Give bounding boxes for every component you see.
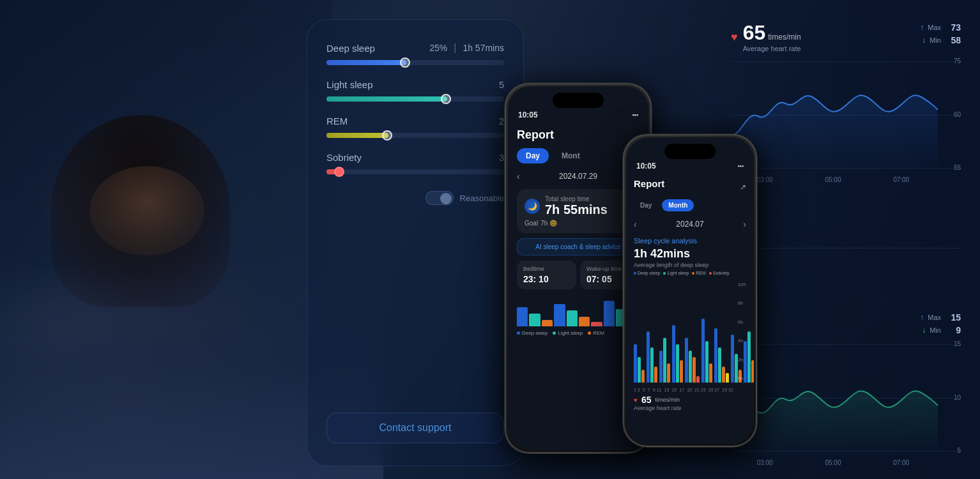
light-sleep-fill (326, 96, 447, 102)
deep-sleep-track (326, 60, 504, 65)
rem-thumb (382, 130, 392, 141)
p2-label-deep: Deep sleep (638, 271, 660, 275)
bar-6 (579, 317, 590, 326)
phone-1-goal: Goal 7h 😊 (524, 220, 632, 227)
p2-dot-rem (692, 272, 694, 275)
chart-x-axis: 1 3 5 7 9 11 13 15 17 19 21 23 25 27 29 … (634, 388, 746, 392)
phones-container: 10:05 ▪▪▪ Report Day Mont ‹ 2024.07.29 › (498, 0, 977, 479)
phone-2-nav-next[interactable]: › (743, 219, 746, 229)
sobriety-thumb (334, 167, 344, 177)
bar-5 (567, 310, 578, 326)
phone-2-tab-month[interactable]: Month (662, 199, 694, 211)
bar-3 (542, 320, 553, 326)
phone-1-time: 10:05 (518, 110, 538, 119)
phone-1-title: Report (517, 128, 639, 142)
phone-1-mini-chart (517, 294, 639, 326)
p2-dot-light (663, 272, 666, 275)
legend-label-deep: Deep sleep (522, 330, 547, 336)
phone-2-sca-label: Sleep cycle analysis (634, 237, 746, 245)
legend-dot-light (553, 331, 556, 335)
legend-light: Light sleep (553, 330, 583, 336)
phone-2-date: 2024.07 (676, 220, 703, 229)
p2-dot-sobriety (709, 272, 712, 275)
phone-2-date-nav: ‹ 2024.07 › (634, 219, 746, 229)
phone-2: 10:05 ▪▪▪ Report ↗ Day Month ‹ (623, 134, 757, 447)
phone-2-frame: 10:05 ▪▪▪ Report ↗ Day Month ‹ (623, 134, 757, 447)
contact-support-label: Contact support (379, 422, 452, 434)
sobriety-track (326, 169, 504, 174)
reasonable-row: Reasonable (326, 191, 504, 205)
phone-1-goal-value: 7h 😊 (540, 220, 557, 227)
bar-8 (604, 301, 615, 326)
reasonable-text: Reasonable (460, 194, 504, 203)
sleep-row-light: Light sleep 5 (326, 79, 504, 102)
light-sleep-label: Light sleep (326, 79, 373, 90)
p2-legend-sobriety: Sobriety (709, 271, 730, 275)
phone-1-bedtime-value: 23: 10 (523, 274, 570, 284)
bar-4 (554, 304, 565, 326)
phone-2-bottom-hr: ♥ 65 times/min (634, 395, 746, 405)
phone-2-nav-prev[interactable]: ‹ (634, 219, 637, 229)
phone-2-hr-icon: ♥ (634, 397, 638, 404)
phone-2-dynamic-island (664, 144, 716, 159)
phone-2-tabs: Day Month (634, 199, 746, 211)
phone-2-hr-unit: times/min (655, 397, 680, 403)
p2-label-light: Light sleep (667, 271, 689, 275)
legend-label-rem: REM (593, 330, 604, 336)
legend-dot-rem (588, 331, 591, 335)
deep-sleep-fill (326, 60, 406, 65)
phone-2-tab-day[interactable]: Day (634, 199, 658, 211)
toggle-knob (440, 193, 452, 204)
contact-support-button[interactable]: Contact support (326, 413, 504, 443)
phone-1-moon-icon: 🌙 (524, 199, 540, 214)
phone-1-dynamic-island (553, 93, 604, 108)
phone-2-bar-chart (634, 280, 746, 383)
light-sleep-track (326, 96, 504, 102)
phone-1-tabs: Day Mont (517, 148, 639, 163)
legend-rem: REM (588, 330, 604, 336)
p2-label-rem: REM (696, 271, 706, 275)
phone-2-avg-deep: 1h 42mins (634, 247, 746, 261)
phone-1-total-time: 7h 55mins (545, 202, 608, 217)
phone-2-avg-deep-desc: Average length of deep sleep (634, 262, 746, 268)
reasonable-toggle[interactable] (425, 191, 454, 205)
bar-2 (529, 314, 540, 326)
phone-1-tab-month[interactable]: Mont (553, 148, 589, 163)
phone-1-legend: Deep sleep Light sleep REM (517, 330, 639, 336)
phone-2-icons: ▪▪▪ (737, 163, 744, 169)
phone-2-hr-val: 65 (641, 395, 652, 405)
legend-dot-deep (517, 331, 520, 335)
phone-1-date-nav: ‹ 2024.07.29 › (517, 171, 639, 181)
phone-2-screen: 10:05 ▪▪▪ Report ↗ Day Month ‹ (626, 137, 754, 444)
phone-1-bedtime-label: Bedtime (523, 266, 570, 272)
sleep-row-deep: Deep sleep 25% | 1h 57mins (326, 42, 504, 65)
phone-2-app: Report ↗ Day Month ‹ 2024.07 › Sleep cyc… (626, 173, 754, 416)
phone-1-ai-advice[interactable]: AI sleep coach & sleep advice (517, 238, 639, 255)
rem-fill (326, 133, 388, 138)
p2-legend-rem: REM (692, 271, 706, 275)
deep-sleep-label: Deep sleep (326, 43, 375, 54)
p2-legend-deep: Deep sleep (634, 271, 660, 275)
deep-sleep-thumb (400, 57, 410, 68)
rem-label: REM (326, 116, 348, 126)
phone-1-bedtime-card: Bedtime 23: 10 (517, 261, 576, 289)
glass-panel: Deep sleep 25% | 1h 57mins Light sleep 5 (307, 19, 524, 466)
sleep-row-sobriety: Sobriety 3 (326, 152, 504, 174)
p2-dot-deep (634, 272, 636, 275)
phone-1-total-label: Total sleep time (545, 195, 608, 202)
phone-1-tab-day[interactable]: Day (517, 148, 549, 163)
p2-legend-light: Light sleep (663, 271, 689, 275)
sleep-row-rem: REM 2 (326, 116, 504, 138)
sobriety-label: Sobriety (326, 152, 362, 163)
light-sleep-thumb (441, 94, 451, 104)
phone-2-share-icon[interactable]: ↗ (740, 183, 746, 192)
rem-track (326, 133, 504, 138)
phone-1-goal-label: Goal (524, 220, 538, 227)
phone-1-nav-prev[interactable]: ‹ (517, 171, 520, 181)
face-effect (89, 166, 204, 255)
phone-2-title: Report (634, 178, 664, 189)
sobriety-fill (326, 169, 341, 174)
p2-label-sobriety: Sobriety (713, 271, 730, 275)
phone-1-sleep-card: 🌙 Total sleep time 7h 55mins Goal 7h 😊 (517, 189, 639, 233)
phone-1-status-icons: ▪▪▪ (632, 112, 638, 118)
